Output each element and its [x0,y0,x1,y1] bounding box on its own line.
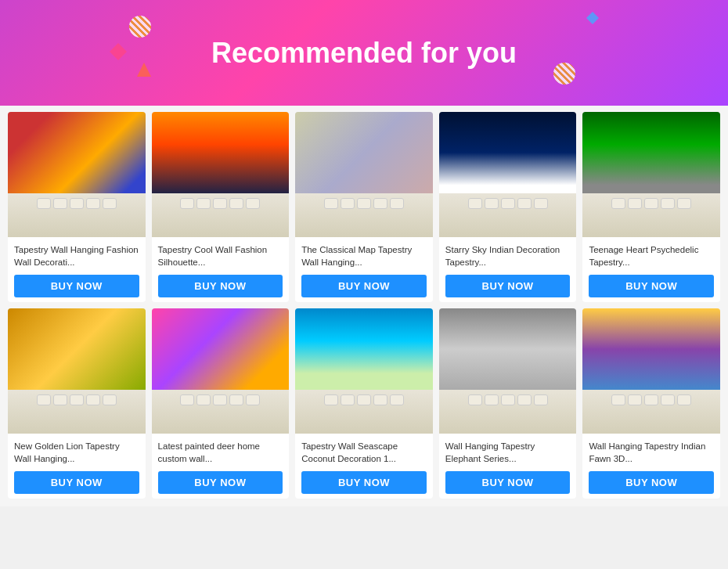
decoration-diamond-left [110,43,127,60]
tapestry-art-yoga-sunset [152,112,290,193]
buy-now-button-seascape[interactable]: BUY NOW [301,471,427,494]
pillow-1 [324,198,338,209]
product-image-yoga-sunset [152,112,290,237]
pillow-1 [611,198,625,209]
product-info-indian-fawn: Wall Hanging Tapestry Indian Fawn 3D... … [582,434,720,499]
tapestry-art-indian-fawn [582,308,720,390]
pillow-5 [677,198,691,209]
product-info-golden-lion: New Golden Lion Tapestry Wall Hanging...… [8,434,146,499]
room-bottom-starry-sky [439,193,577,237]
decoration-diamond-right [586,12,599,24]
product-image-tapestry-elephant [8,112,146,237]
buy-now-button-indian-fawn[interactable]: BUY NOW [589,471,714,494]
tapestry-art-painted-deer [152,308,290,390]
pillow-3 [357,394,371,405]
pillow-2 [341,198,355,209]
tapestry-art-golden-lion [8,308,146,390]
room-pillows [180,394,260,405]
pillow-1 [180,198,194,209]
room-bottom-golden-lion [8,390,146,434]
buy-now-button-starry-sky[interactable]: BUY NOW [445,275,571,297]
product-image-tree-nature [582,112,720,237]
buy-now-button-painted-deer[interactable]: BUY NOW [158,471,283,494]
pillow-4 [229,198,243,209]
product-card-seascape: Tapestry Wall Seascape Coconut Decoratio… [295,308,433,499]
page-title: Recommended for you [211,37,517,70]
product-image-indian-fawn [582,308,720,434]
product-image-starry-sky [439,112,577,237]
product-card-tapestry-elephant: Tapestry Wall Hanging Fashion Wall Decor… [8,112,146,302]
product-info-tapestry-elephant: Tapestry Wall Hanging Fashion Wall Decor… [8,237,146,302]
pillow-5 [246,394,260,405]
pillow-3 [644,394,658,405]
buy-now-button-classical-map[interactable]: BUY NOW [301,275,427,297]
pillow-2 [196,198,211,209]
pillow-4 [86,394,100,405]
pillow-5 [390,394,404,405]
pillow-3 [357,198,371,209]
pillow-1 [468,394,482,405]
product-image-classical-map [295,112,433,237]
product-card-starry-sky: Starry Sky Indian Decoration Tapestry...… [439,112,577,302]
product-title-painted-deer: Latest painted deer home custom wall... [158,440,283,465]
buy-now-button-tapestry-elephant[interactable]: BUY NOW [14,275,139,297]
room-bottom-painted-deer [152,390,290,434]
pillow-4 [229,394,243,405]
tapestry-art-starry-sky [439,112,577,193]
pillow-1 [611,394,625,405]
pillow-2 [628,394,642,405]
pillow-4 [86,198,100,209]
pillow-2 [196,394,211,405]
pillow-5 [677,394,691,405]
product-card-painted-deer: Latest painted deer home custom wall... … [152,308,290,499]
pillow-4 [517,394,532,405]
product-card-indian-fawn: Wall Hanging Tapestry Indian Fawn 3D... … [582,308,720,499]
room-pillows [468,198,548,209]
buy-now-button-yoga-sunset[interactable]: BUY NOW [158,275,283,297]
buy-now-button-elephant-series[interactable]: BUY NOW [445,471,571,494]
tapestry-art-seascape [295,308,433,390]
pillow-3 [644,198,658,209]
pillow-4 [661,394,675,405]
pillow-2 [485,394,499,405]
product-info-yoga-sunset: Tapestry Cool Wall Fashion Silhouette...… [152,237,290,302]
tapestry-art-classical-map [295,112,433,193]
pillow-3 [501,198,515,209]
room-bottom-classical-map [295,193,433,237]
product-card-yoga-sunset: Tapestry Cool Wall Fashion Silhouette...… [152,112,290,302]
pillow-2 [53,198,67,209]
header-banner: Recommended for you [0,0,728,106]
room-pillows [468,394,548,405]
product-image-golden-lion [8,308,146,434]
pillow-5 [534,198,548,209]
pillow-3 [213,394,227,405]
pillow-5 [534,394,548,405]
room-pillows [611,198,691,209]
product-title-classical-map: The Classical Map Tapestry Wall Hanging.… [301,243,427,268]
room-bottom-tapestry-elephant [8,193,146,237]
product-image-painted-deer [152,308,290,434]
decoration-triangle-left [137,63,151,77]
room-pillows [37,198,117,209]
pillow-3 [501,394,515,405]
pillow-1 [37,394,51,405]
pillow-1 [37,198,51,209]
product-info-painted-deer: Latest painted deer home custom wall... … [152,434,290,499]
product-title-indian-fawn: Wall Hanging Tapestry Indian Fawn 3D... [589,440,714,465]
pillow-1 [468,198,482,209]
product-info-starry-sky: Starry Sky Indian Decoration Tapestry...… [439,237,577,302]
product-title-yoga-sunset: Tapestry Cool Wall Fashion Silhouette... [158,243,283,268]
decoration-circle-left [129,16,151,38]
room-bottom-tree-nature [582,193,720,237]
product-title-seascape: Tapestry Wall Seascape Coconut Decoratio… [301,440,427,465]
pillow-5 [103,394,117,405]
product-title-golden-lion: New Golden Lion Tapestry Wall Hanging... [14,440,139,465]
product-title-starry-sky: Starry Sky Indian Decoration Tapestry... [445,243,571,268]
product-info-seascape: Tapestry Wall Seascape Coconut Decoratio… [295,434,433,499]
buy-now-button-tree-nature[interactable]: BUY NOW [589,275,714,297]
pillow-5 [390,198,404,209]
pillow-3 [70,394,84,405]
buy-now-button-golden-lion[interactable]: BUY NOW [14,471,139,494]
tapestry-art-tree-nature [582,112,720,193]
product-title-tapestry-elephant: Tapestry Wall Hanging Fashion Wall Decor… [14,243,139,268]
